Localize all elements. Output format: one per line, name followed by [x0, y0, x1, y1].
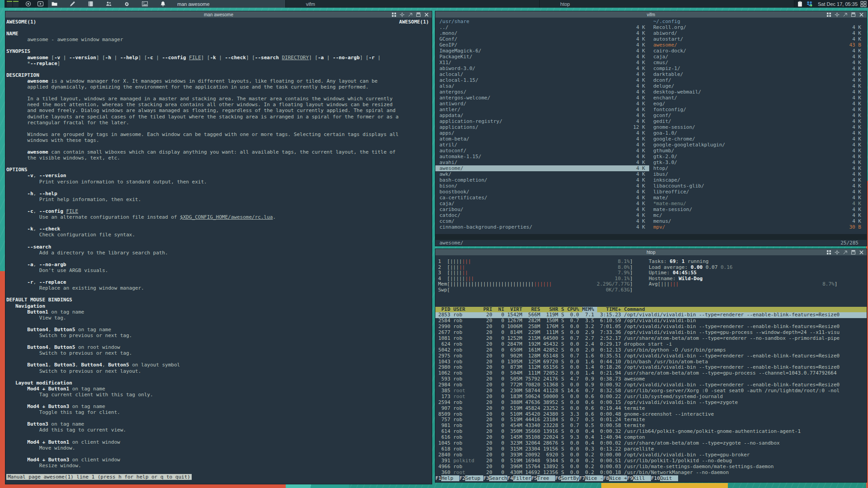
- maximize-icon[interactable]: [416, 12, 421, 17]
- file-row[interactable]: fontconfig/4 K: [649, 107, 867, 113]
- taskbar-item-man-awesome[interactable]: man awesome: [48, 0, 286, 8]
- close-icon[interactable]: [859, 12, 864, 17]
- process-row[interactable]: 173 root 20 0 183M 50624 50000 S 0.0 0.6…: [435, 394, 867, 400]
- users-icon[interactable]: [106, 1, 112, 7]
- file-row[interactable]: cmus/4 K: [649, 60, 867, 66]
- process-row[interactable]: 2853 rob 20 0 1542M 566M 119M S 0.0 7.1 …: [435, 312, 867, 318]
- file-row[interactable]: goa-1.0/4 K: [649, 130, 867, 136]
- close-icon[interactable]: [859, 250, 864, 255]
- book-icon[interactable]: [88, 1, 94, 7]
- file-row[interactable]: caribou/4 K: [435, 206, 649, 212]
- file-row[interactable]: eog/4 K: [649, 101, 867, 107]
- file-row[interactable]: atril/4 K: [435, 142, 649, 148]
- file-row[interactable]: abiword/4 K: [649, 30, 867, 36]
- file-row[interactable]: mate-session/4 K: [649, 206, 867, 212]
- process-row[interactable]: 2594 rob 20 0 388M 47636 38952 S 0.0 0.6…: [435, 400, 867, 406]
- file-row[interactable]: ImageMagick-6/4 K: [435, 48, 649, 54]
- function-key-button[interactable]: Help: [441, 475, 459, 481]
- file-row[interactable]: automake-1.15/4 K: [435, 154, 649, 160]
- process-row[interactable]: 614 rob 20 0 350M 35660 13916 S 0.0 0.4 …: [435, 429, 867, 435]
- file-row[interactable]: aclocal-1.15/4 K: [435, 77, 649, 83]
- function-key-button[interactable]: Nice +: [609, 475, 627, 481]
- file-row[interactable]: cinnamon-background-properties/4 K: [435, 224, 649, 230]
- file-row[interactable]: enchant/4 K: [649, 95, 867, 101]
- process-row[interactable]: 8509 rob 20 0 510M 45420 24380 S 3.3 0.6…: [435, 412, 867, 418]
- file-row[interactable]: ccsm/4 K: [435, 218, 649, 224]
- file-row[interactable]: Recoll.org/4 K: [649, 24, 867, 30]
- video-icon[interactable]: [38, 1, 43, 7]
- tag-indicator[interactable]: [13, 1, 19, 7]
- float-icon[interactable]: [400, 12, 405, 17]
- file-row[interactable]: google-googletalkplugin/4 K: [649, 142, 867, 148]
- folder-icon[interactable]: [52, 1, 57, 7]
- process-row[interactable]: 593 rob 20 0 505M 75792 24176 S 4.7 0.9 …: [435, 376, 867, 382]
- file-row[interactable]: libaccounts-glib/4 K: [649, 183, 867, 189]
- close-icon[interactable]: [424, 12, 429, 17]
- file-row[interactable]: awk/4 K: [435, 171, 649, 177]
- float-icon[interactable]: [835, 12, 840, 17]
- file-row[interactable]: aclocal/4 K: [435, 71, 649, 77]
- file-row[interactable]: desktop-webmail/4 K: [649, 89, 867, 95]
- process-row[interactable]: 2584 rob 20 0 1267M 282M 150M S 0.7 3.5 …: [435, 318, 867, 324]
- file-row[interactable]: gtk-2.0/4 K: [649, 154, 867, 160]
- file-row[interactable]: cairo-dock/4 K: [649, 48, 867, 54]
- process-row[interactable]: 2677 rob 20 0 814M 229M 111M S 0.0 2.9 7…: [435, 330, 867, 336]
- window-titlebar[interactable]: vifm: [435, 11, 867, 18]
- file-row[interactable]: menus/4 K: [649, 218, 867, 224]
- file-row[interactable]: mate/4 K: [649, 195, 867, 201]
- function-key-button[interactable]: Kill: [633, 475, 651, 481]
- file-row[interactable]: appdata/4 K: [435, 113, 649, 118]
- process-row[interactable]: 4966 rob 20 0 396M 15764 13892 S 0.0 0.2…: [435, 464, 867, 470]
- file-row[interactable]: GConf/4 K: [435, 36, 649, 42]
- tile-layout-icon[interactable]: [826, 12, 831, 17]
- function-key-button[interactable]: Nice -: [585, 475, 603, 481]
- file-row[interactable]: awesome/43 B: [649, 42, 867, 48]
- file-row[interactable]: avahi/4 K: [435, 160, 649, 165]
- process-row[interactable]: 757 rob 20 0 519M 44416 23184 S 0.7 0.5 …: [435, 417, 867, 423]
- process-row[interactable]: 2840 rob 20 0 393M 20092 6920 S 0.0 0.2 …: [435, 452, 867, 458]
- process-row[interactable]: 385 root 20 0 230M 58744 41128 S 14.6 0.…: [435, 388, 867, 394]
- file-row[interactable]: atom-beta/4 K: [435, 136, 649, 142]
- function-key-button[interactable]: Tree: [537, 475, 555, 481]
- file-row[interactable]: applications/12 K: [435, 124, 649, 130]
- file-row[interactable]: ../4 K: [435, 24, 649, 30]
- taskbar-item-vifm[interactable]: vifm: [286, 0, 540, 8]
- file-row[interactable]: deluge/4 K: [649, 83, 867, 89]
- file-row[interactable]: abiword-3.0/4 K: [435, 66, 649, 71]
- window-titlebar[interactable]: htop: [435, 249, 867, 255]
- file-row[interactable]: catdoc/4 K: [435, 212, 649, 218]
- function-key-button[interactable]: SortBy: [561, 475, 579, 481]
- clipboard-icon[interactable]: [797, 1, 803, 7]
- process-row[interactable]: 2975 rob 20 0 902M 128M 65148 S 0.7 1.6 …: [435, 353, 867, 359]
- function-key-button[interactable]: Filter: [513, 475, 531, 481]
- file-row[interactable]: autoconf/4 K: [435, 148, 649, 154]
- file-row[interactable]: ibus/4 K: [649, 171, 867, 177]
- file-row[interactable]: X11/4 K: [435, 60, 649, 66]
- file-row[interactable]: GeoIP/4 K: [435, 42, 649, 48]
- file-row[interactable]: mpv/30 B: [649, 224, 867, 230]
- tag-indicator[interactable]: [7, 1, 12, 7]
- process-row[interactable]: 618 rob 20 0 315M 23304 19156 S 0.0 0.3 …: [435, 446, 867, 452]
- process-row[interactable]: 2980 rob 20 0 873M 112M 65156 S 0.0 1.4 …: [435, 365, 867, 371]
- file-row[interactable]: alsa/4 K: [435, 83, 649, 89]
- file-row[interactable]: antler/4 K: [435, 107, 649, 113]
- tag-indicator-active[interactable]: [0, 0, 5, 8]
- file-row[interactable]: libreoffice/4 K: [649, 189, 867, 195]
- file-row[interactable]: application-registry/4 K: [435, 118, 649, 124]
- process-row[interactable]: 981 rob 20 0 454M 43340 23228 S 0.7 0.5 …: [435, 423, 867, 429]
- function-key-button[interactable]: Quit: [660, 475, 678, 481]
- grid-layout-icon[interactable]: [860, 1, 867, 7]
- float-icon[interactable]: [835, 250, 840, 255]
- file-row[interactable]: antergos/4 K: [435, 89, 649, 95]
- process-row[interactable]: 1081 rob 20 0 1252M 215M 64500 S 0.7 2.7…: [435, 336, 867, 342]
- process-row[interactable]: 1062 rob 20 0 504M 111M 72052 S 0.0 1.4 …: [435, 371, 867, 376]
- bell-icon[interactable]: [160, 1, 166, 7]
- file-row[interactable]: bash-completion/4 K: [435, 177, 649, 183]
- file-row[interactable]: .mono/4 K: [435, 30, 649, 36]
- gears-icon[interactable]: [124, 1, 130, 7]
- process-row[interactable]: 2990 rob 20 0 1006M 258M 176M S 0.0 3.2 …: [435, 324, 867, 330]
- file-row[interactable]: boostbook/4 K: [435, 189, 649, 195]
- file-row[interactable]: google-chrome/4 K: [649, 136, 867, 142]
- file-row[interactable]: apps/4 K: [435, 130, 649, 136]
- file-row[interactable]: mc/4 K: [649, 212, 867, 218]
